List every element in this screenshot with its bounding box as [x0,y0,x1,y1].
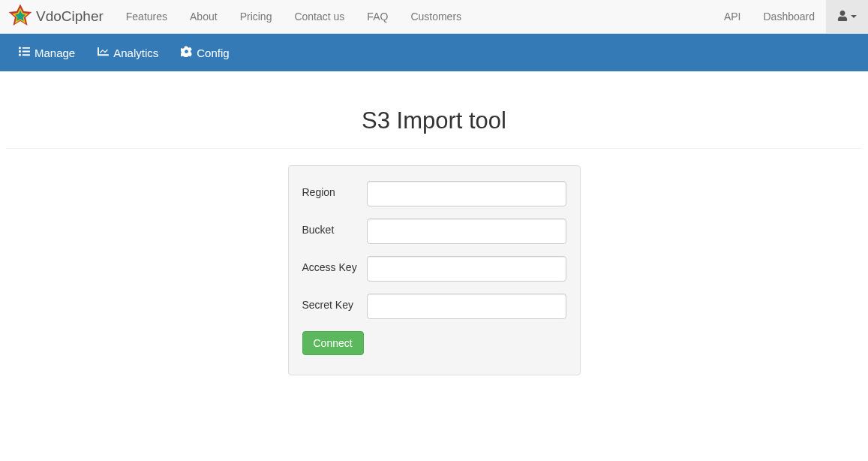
subnav-config-label: Config [197,47,229,59]
accesskey-label: Access Key [302,256,367,273]
subnav-analytics[interactable]: Analytics [86,34,170,71]
top-nav-links: Features About Pricing Contact us FAQ Cu… [115,0,713,34]
gear-icon [181,46,192,59]
brand-logo-icon [6,2,35,31]
page-title: S3 Import tool [6,107,862,134]
bucket-input[interactable] [367,218,566,244]
subnav-analytics-label: Analytics [113,47,158,59]
nav-customers[interactable]: Customers [399,0,473,34]
caret-down-icon [851,15,857,18]
brand-link[interactable]: VdoCipher [6,2,104,31]
nav-contact[interactable]: Contact us [283,0,356,34]
dashboard-subnav: Manage Analytics Config [0,34,868,71]
subnav-manage[interactable]: Manage [8,34,86,71]
chart-line-icon [98,46,109,59]
nav-api[interactable]: API [713,0,752,34]
brand-text: VdoCipher [36,8,104,25]
s3-import-form-panel: Region Bucket Access Key Secret Key Conn… [288,165,581,375]
connect-button[interactable]: Connect [302,331,364,355]
region-label: Region [302,181,367,198]
top-navbar: VdoCipher Features About Pricing Contact… [0,0,868,34]
user-icon [837,11,848,23]
list-icon [19,46,30,59]
nav-features[interactable]: Features [115,0,179,34]
secretkey-input[interactable] [367,294,566,319]
bucket-label: Bucket [302,218,367,236]
user-menu-toggle[interactable] [826,0,868,34]
region-input[interactable] [367,181,566,206]
nav-dashboard[interactable]: Dashboard [752,0,827,34]
top-nav-right: API Dashboard [713,0,868,34]
form-row-region: Region [302,181,566,206]
form-row-accesskey: Access Key [302,256,566,282]
nav-about[interactable]: About [179,0,229,34]
subnav-manage-label: Manage [35,47,75,59]
page-header: S3 Import tool [6,71,862,149]
page-container: S3 Import tool Region Bucket Access Key … [0,71,868,375]
form-row-secretkey: Secret Key [302,294,566,319]
accesskey-input[interactable] [367,256,566,282]
form-row-bucket: Bucket [302,218,566,244]
nav-faq[interactable]: FAQ [356,0,399,34]
nav-pricing[interactable]: Pricing [229,0,284,34]
secretkey-label: Secret Key [302,294,367,311]
subnav-config[interactable]: Config [170,34,240,71]
